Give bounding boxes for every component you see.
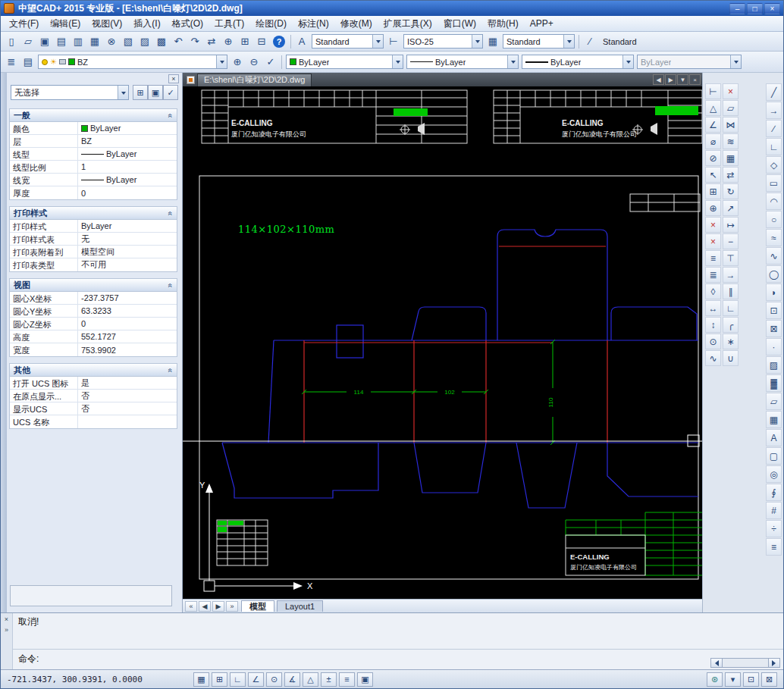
point-icon[interactable]: ∙: [766, 338, 782, 355]
property-value[interactable]: 552.1727: [78, 330, 177, 343]
make-layer-current-icon[interactable]: ⊕: [229, 55, 246, 70]
chevron-down-icon[interactable]: [372, 35, 383, 48]
menu-item[interactable]: 窗口(W): [438, 16, 481, 32]
helix-icon[interactable]: ∮: [766, 484, 782, 501]
tab-next-icon[interactable]: ▶: [665, 74, 676, 85]
move-icon[interactable]: ⇄: [723, 167, 739, 183]
linetype-combo[interactable]: ByLayer: [406, 55, 519, 69]
redo-icon[interactable]: ↷: [187, 34, 203, 49]
dim-style-icon[interactable]: ⊢: [385, 34, 402, 49]
copy-object-icon[interactable]: ▱: [723, 100, 739, 116]
property-value[interactable]: 无: [78, 233, 177, 245]
polyline-icon[interactable]: ∟: [766, 138, 782, 155]
plotstyle-combo[interactable]: ByLayer: [637, 55, 742, 69]
text-style-combo[interactable]: Standard: [312, 34, 384, 49]
gradient-icon[interactable]: ▓: [766, 374, 782, 392]
tab-layout1[interactable]: Layout1: [277, 600, 323, 612]
current-style-icon[interactable]: ∕: [582, 34, 598, 49]
menu-item[interactable]: 编辑(E): [45, 16, 86, 32]
scroll-track[interactable]: [723, 658, 768, 668]
menu-item[interactable]: 视图(V): [86, 16, 127, 32]
erase-icon[interactable]: ×: [723, 83, 739, 99]
drawing-canvas[interactable]: E-CALLING 厦门亿知凌电子有限公司: [183, 86, 702, 599]
open-file-icon[interactable]: ▱: [20, 34, 36, 49]
divide-icon[interactable]: ÷: [766, 520, 782, 537]
paste-icon[interactable]: ▨: [136, 34, 153, 49]
explode-icon[interactable]: ∗: [723, 334, 739, 349]
circle-icon[interactable]: ○: [766, 211, 782, 228]
revision-table[interactable]: [630, 194, 700, 211]
section-general-header[interactable]: 一般 «: [10, 109, 177, 122]
table-style-icon[interactable]: ▦: [485, 34, 501, 49]
dim-vertical-icon[interactable]: ↕: [705, 317, 721, 333]
dim-arc-length-icon[interactable]: ∿: [705, 350, 721, 366]
dieline-cut-lines[interactable]: [222, 230, 698, 508]
join-icon[interactable]: ∪: [723, 350, 739, 366]
table-icon[interactable]: ▦: [766, 411, 782, 428]
menu-item[interactable]: 帮助(H): [482, 16, 524, 32]
spline-icon[interactable]: ∿: [766, 247, 782, 265]
help-icon[interactable]: ?: [273, 36, 285, 48]
dyn-toggle-icon[interactable]: ±: [321, 672, 337, 687]
grid-toggle-icon[interactable]: ⊞: [212, 672, 227, 687]
color-property-value[interactable]: ByLayer: [78, 122, 177, 134]
property-value[interactable]: 模型空间: [78, 246, 177, 258]
arc-icon[interactable]: ◠: [766, 193, 782, 210]
scale-icon[interactable]: ↗: [723, 200, 739, 216]
revision-cloud-icon[interactable]: ≈: [766, 229, 782, 246]
command-window[interactable]: × » 取消! 命令:: [1, 612, 783, 671]
layer-states-icon[interactable]: ▤: [20, 55, 36, 70]
publish-icon[interactable]: ▦: [86, 34, 103, 49]
sheet-nav-icon[interactable]: «: [185, 601, 197, 612]
make-block-icon[interactable]: ⊠: [766, 320, 782, 337]
dim-tolerance-icon[interactable]: ⊞: [705, 183, 721, 199]
dim-aligned-icon[interactable]: △: [705, 100, 721, 116]
model-space-icon[interactable]: ▣: [357, 672, 373, 687]
array-icon[interactable]: ▦: [723, 150, 739, 166]
layer-properties-icon[interactable]: ≣: [3, 55, 20, 70]
mirror-icon[interactable]: ⋈: [723, 117, 739, 133]
insert-block-icon[interactable]: ⊡: [766, 302, 782, 319]
tab-model[interactable]: 模型: [241, 600, 274, 612]
maximize-button[interactable]: □: [747, 3, 763, 14]
chevron-down-icon[interactable]: [730, 55, 741, 68]
region-icon[interactable]: ▱: [766, 393, 782, 410]
clean-screen-icon[interactable]: ⊡: [743, 672, 759, 687]
paper-frame[interactable]: [199, 176, 698, 579]
chevron-down-icon[interactable]: [118, 86, 128, 99]
property-value[interactable]: 否: [78, 390, 177, 402]
ellipse-icon[interactable]: ◯: [766, 265, 782, 283]
tab-prev-icon[interactable]: ◀: [653, 74, 664, 85]
command-scrollbar[interactable]: [710, 658, 780, 668]
polar-toggle-icon[interactable]: ∠: [248, 672, 264, 687]
hatch-icon[interactable]: ▨: [766, 356, 782, 374]
menu-item[interactable]: 修改(M): [335, 16, 378, 32]
sheet-nav-icon[interactable]: ◀: [199, 601, 211, 612]
chevron-down-icon[interactable]: [216, 55, 227, 68]
chevron-down-icon[interactable]: [507, 55, 518, 68]
size-annotation[interactable]: 114×102×110mm: [238, 224, 334, 235]
measure-icon[interactable]: #: [766, 502, 782, 519]
dimension-lines[interactable]: [302, 340, 555, 445]
model-space-canvas[interactable]: E-CALLING 厦门亿知凌电子有限公司: [183, 86, 702, 599]
section-misc-header[interactable]: 其他 «: [10, 364, 177, 377]
dim-style-icon[interactable]: ◊: [705, 283, 721, 299]
print-preview-icon[interactable]: ▥: [70, 34, 86, 49]
rotate-icon[interactable]: ↻: [723, 183, 739, 199]
command-prompt[interactable]: 命令:: [18, 653, 39, 666]
property-value[interactable]: [78, 415, 177, 428]
dim-radius-icon[interactable]: ⌀: [705, 133, 721, 149]
chevron-down-icon[interactable]: [472, 35, 482, 48]
save-icon[interactable]: ▣: [36, 34, 53, 49]
layer-combo[interactable]: ☀ BZ: [38, 55, 227, 69]
donut-icon[interactable]: ◎: [766, 465, 782, 483]
lineweight-property-value[interactable]: ByLayer: [78, 174, 177, 186]
chevron-down-icon[interactable]: [392, 55, 403, 68]
menu-item[interactable]: 标注(N): [293, 16, 334, 32]
sheet-nav-icon[interactable]: ▶: [212, 601, 224, 612]
settings-gear-icon[interactable]: ⊛: [707, 672, 723, 687]
mtext-icon[interactable]: A: [766, 429, 782, 446]
scroll-left-icon[interactable]: [710, 658, 723, 668]
table-style-combo[interactable]: Standard: [503, 34, 575, 49]
tab-close-icon[interactable]: ×: [689, 74, 701, 85]
